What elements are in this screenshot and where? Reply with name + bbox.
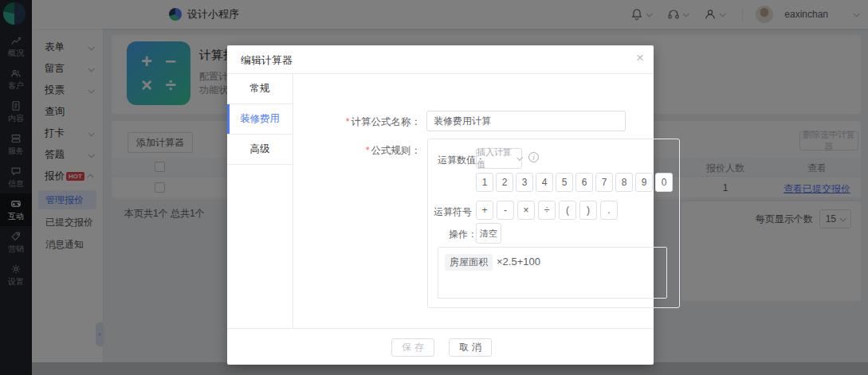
operator-key[interactable]: . xyxy=(600,201,618,220)
operator-keys: + - × ÷ ( ) . xyxy=(476,201,618,220)
action-label: 操作： xyxy=(449,228,477,241)
cancel-button[interactable]: 取 消 xyxy=(449,338,492,357)
modal-title: 编辑计算器 xyxy=(241,53,293,68)
digit-key[interactable]: 6 xyxy=(575,173,593,192)
edit-calculator-modal: 编辑计算器 × 常规 装修费用 高级 *计算公式名称： *公式规则： 运算数值：… xyxy=(227,45,654,365)
operator-key[interactable]: ) xyxy=(579,201,597,220)
formula-rule-box: 运算数值： 插入计算值 i 1 2 3 4 5 6 7 8 9 0 运算符号： … xyxy=(427,139,680,308)
formula-rule-label: *公式规则： xyxy=(293,144,421,158)
close-icon[interactable]: × xyxy=(636,51,644,64)
operator-key[interactable]: × xyxy=(517,201,535,220)
formula-variable-tag[interactable]: 房屋面积 xyxy=(445,254,493,271)
digit-key[interactable]: 1 xyxy=(476,173,493,192)
digit-key[interactable]: 0 xyxy=(655,173,673,192)
digit-key[interactable]: 4 xyxy=(536,173,553,192)
formula-name-input[interactable] xyxy=(426,111,626,131)
save-button[interactable]: 保 存 xyxy=(391,338,434,357)
digit-key[interactable]: 3 xyxy=(516,173,533,192)
digit-keys: 1 2 3 4 5 6 7 8 9 0 xyxy=(476,173,673,192)
operator-key[interactable]: ( xyxy=(559,201,576,220)
clear-button[interactable]: 清空 xyxy=(476,223,501,244)
modal-footer: 保 存 取 消 xyxy=(227,328,654,365)
modal-tab-column: 常规 装修费用 高级 xyxy=(227,74,293,328)
operator-key[interactable]: - xyxy=(497,201,514,220)
modal-header: 编辑计算器 × xyxy=(227,45,654,74)
digit-key[interactable]: 7 xyxy=(595,173,613,192)
digit-key[interactable]: 5 xyxy=(556,173,573,192)
operator-key[interactable]: + xyxy=(476,201,493,220)
formula-display[interactable]: 房屋面积×2.5+100 xyxy=(438,247,667,299)
digit-key[interactable]: 8 xyxy=(615,173,633,192)
info-icon[interactable]: i xyxy=(528,152,539,162)
tab-renovation-cost[interactable]: 装修费用 xyxy=(227,104,293,135)
modal-form: *计算公式名称： *公式规则： 运算数值： 插入计算值 i 1 2 3 4 5 … xyxy=(293,74,654,328)
digit-key[interactable]: 2 xyxy=(496,173,513,192)
insert-value-dropdown[interactable]: 插入计算值 xyxy=(476,148,522,169)
tab-advanced[interactable]: 高级 xyxy=(227,135,293,165)
operator-label: 运算符号： xyxy=(434,205,481,219)
tab-general[interactable]: 常规 xyxy=(227,74,293,104)
operator-key[interactable]: ÷ xyxy=(538,201,556,220)
formula-expression: ×2.5+100 xyxy=(497,256,540,268)
chevron-down-icon xyxy=(516,154,523,161)
digit-key[interactable]: 9 xyxy=(635,173,653,192)
formula-name-label: *计算公式名称： xyxy=(293,115,421,129)
